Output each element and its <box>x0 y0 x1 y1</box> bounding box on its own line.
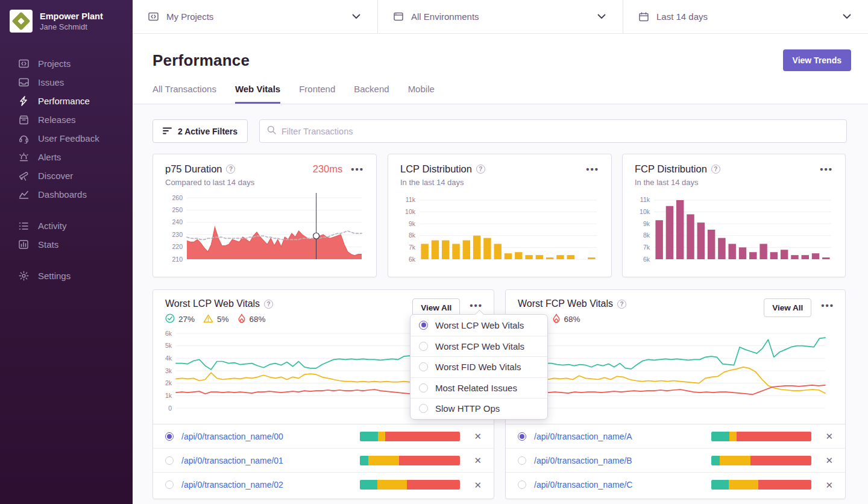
sidebar-item-projects[interactable]: Projects <box>0 54 133 73</box>
option-radio[interactable] <box>419 342 428 351</box>
view-all-button[interactable]: View All <box>764 298 811 317</box>
check-circle-icon <box>165 313 175 325</box>
overflow-menu-icon[interactable]: ••• <box>351 167 364 172</box>
help-icon[interactable]: ? <box>264 300 273 309</box>
transaction-radio[interactable] <box>518 480 526 489</box>
option-radio[interactable] <box>419 383 428 392</box>
sidebar-item-performance[interactable]: Performance <box>0 92 133 110</box>
transaction-link[interactable]: /api/0/transaction_name/00 <box>181 432 360 441</box>
tab-mobile[interactable]: Mobile <box>408 84 435 104</box>
search-box <box>259 119 847 143</box>
transaction-link[interactable]: /api/0/transaction_name/C <box>534 480 711 490</box>
topbar-filter-label: All Environments <box>411 11 597 22</box>
org-switcher[interactable]: Empower Plant Jane Schmidt <box>0 0 133 39</box>
app-root: Empower Plant Jane Schmidt ProjectsIssue… <box>0 0 868 504</box>
active-filters-button[interactable]: 2 Active Filters <box>153 119 248 143</box>
close-icon[interactable]: ✕ <box>474 432 482 441</box>
topbar-filter-all-environments[interactable]: All Environments <box>377 0 623 33</box>
help-icon[interactable]: ? <box>711 165 720 174</box>
svg-text:9k: 9k <box>409 220 416 227</box>
vitals-distribution-bar <box>360 432 460 441</box>
transaction-link[interactable]: /api/0/transaction_name/A <box>534 432 711 441</box>
dropdown-option-worst-fcp-web-vitals[interactable]: Worst FCP Web Vitals <box>410 336 547 357</box>
discover-icon <box>18 171 29 181</box>
help-icon[interactable]: ? <box>226 165 235 174</box>
vitals-selector-dropdown: Worst LCP Web VitalsWorst FCP Web Vitals… <box>410 314 548 420</box>
transaction-radio[interactable] <box>165 456 174 465</box>
svg-text:5k: 5k <box>165 342 172 349</box>
transaction-radio[interactable] <box>518 456 526 465</box>
chevron-down-icon <box>597 14 606 19</box>
overflow-menu-icon[interactable]: ••• <box>820 167 833 172</box>
tab-all-transactions[interactable]: All Transactions <box>153 84 216 104</box>
dashboards-icon <box>18 189 29 200</box>
dropdown-option-worst-lcp-web-vitals[interactable]: Worst LCP Web Vitals <box>410 315 547 336</box>
sidebar-item-stats[interactable]: Stats <box>0 235 133 254</box>
dropdown-option-slow-http-ops[interactable]: Slow HTTP Ops <box>410 398 547 419</box>
view-trends-button[interactable]: View Trends <box>783 49 851 71</box>
close-icon[interactable]: ✕ <box>474 480 482 490</box>
tab-web-vitals[interactable]: Web Vitals <box>235 84 280 104</box>
sidebar-item-activity[interactable]: Activity <box>0 216 133 235</box>
lcp-distribution-chart: 6k7k8k9k10k11k <box>400 192 600 263</box>
close-icon[interactable]: ✕ <box>825 480 833 490</box>
dropdown-option-label: Most Related Issues <box>435 383 517 393</box>
transaction-link[interactable]: /api/0/transaction_name/B <box>534 456 711 465</box>
org-name: Empower Plant <box>40 11 103 22</box>
transaction-radio[interactable] <box>518 432 526 441</box>
svg-text:2k: 2k <box>165 379 172 386</box>
topbar-filter-my-projects[interactable]: My Projects <box>133 0 377 33</box>
option-radio[interactable] <box>419 404 428 413</box>
content: 2 Active Filters p75 Duration ? 230ms ••… <box>133 104 868 504</box>
org-user: Jane Schmidt <box>40 22 103 31</box>
svg-text:7k: 7k <box>409 244 416 251</box>
help-icon[interactable]: ? <box>476 165 485 174</box>
help-icon[interactable]: ? <box>617 300 626 309</box>
vitals-distribution-bar <box>360 456 460 465</box>
close-icon[interactable]: ✕ <box>474 456 482 465</box>
option-radio[interactable] <box>419 362 428 371</box>
fcp-card-title: FCP Distribution <box>635 163 707 175</box>
sidebar-item-label: Performance <box>38 96 90 106</box>
overflow-menu-icon[interactable]: ••• <box>586 167 599 172</box>
transaction-link[interactable]: /api/0/transaction_name/02 <box>181 480 360 490</box>
overflow-menu-icon[interactable]: ••• <box>821 303 834 308</box>
transaction-row: /api/0/transaction_name/02✕ <box>153 473 494 497</box>
svg-text:7k: 7k <box>643 244 650 251</box>
topbar-filter-last-14-days[interactable]: Last 14 days <box>623 0 868 33</box>
sidebar-item-settings[interactable]: Settings <box>0 266 133 285</box>
releases-icon <box>18 115 29 125</box>
dropdown-option-most-related-issues[interactable]: Most Related Issues <box>410 377 547 398</box>
tab-frontend[interactable]: Frontend <box>299 84 335 104</box>
search-input[interactable] <box>281 127 839 136</box>
chevron-down-icon <box>843 14 851 19</box>
org-logo-icon <box>10 10 33 33</box>
close-icon[interactable]: ✕ <box>825 456 833 465</box>
close-icon[interactable]: ✕ <box>825 432 833 441</box>
p75-duration-chart: 210220230240250260 <box>165 192 365 263</box>
sidebar-item-issues[interactable]: Issues <box>0 73 133 92</box>
chevron-down-icon <box>352 14 360 19</box>
option-radio[interactable] <box>419 321 428 330</box>
svg-text:0: 0 <box>168 405 172 412</box>
projects-icon <box>18 58 29 69</box>
calendar-icon <box>639 12 649 22</box>
dropdown-option-worst-fid-web-vitals[interactable]: Worst FID Web Vitals <box>410 356 547 377</box>
tab-backend[interactable]: Backend <box>354 84 389 104</box>
sidebar-item-releases[interactable]: Releases <box>0 110 133 129</box>
performance-icon <box>18 96 29 107</box>
worst-fcp-vitals-card: Worst FCP Web Vitals ? 5%68% View All ••… <box>505 289 846 499</box>
fcp-card-subtitle: In the last 14 days <box>635 178 833 187</box>
sidebar-item-user-feedback[interactable]: User Feedback <box>0 129 133 148</box>
stats-icon <box>18 239 29 250</box>
transaction-row: /api/0/transaction_name/01✕ <box>153 449 494 473</box>
transaction-radio[interactable] <box>165 432 174 441</box>
sidebar-item-dashboards[interactable]: Dashboards <box>0 185 133 204</box>
transaction-row: /api/0/transaction_name/C✕ <box>506 473 845 497</box>
overflow-menu-icon[interactable]: ••• <box>470 303 483 308</box>
transaction-link[interactable]: /api/0/transaction_name/01 <box>181 456 360 465</box>
sidebar-item-alerts[interactable]: Alerts <box>0 148 133 166</box>
transaction-radio[interactable] <box>165 480 174 489</box>
transaction-row: /api/0/transaction_name/A✕ <box>506 424 845 449</box>
sidebar-item-discover[interactable]: Discover <box>0 166 133 185</box>
